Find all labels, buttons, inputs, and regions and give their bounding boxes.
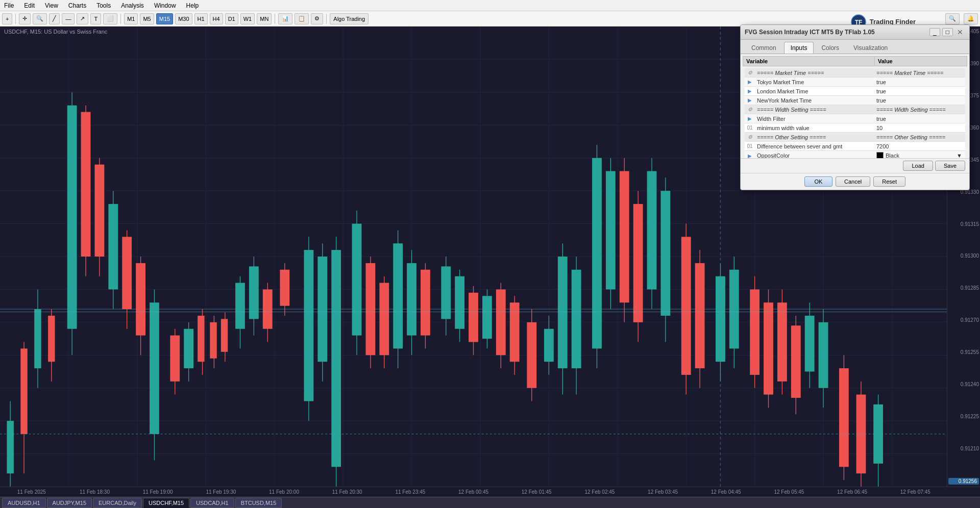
svg-rect-84 (393, 243, 403, 348)
table-row-diff-sever-gmt[interactable]: 01 Difference between sever and gmt 7200 (745, 142, 965, 151)
svg-rect-80 (365, 263, 375, 355)
tab-audjpy[interactable]: AUDJPY,M15 (47, 498, 92, 508)
tf-m15[interactable]: M15 (156, 13, 173, 24)
row-icon-6: 01 (745, 124, 755, 131)
tf-h4[interactable]: H4 (210, 13, 223, 24)
tab-usdcad[interactable]: USDCAD,H1 (190, 498, 234, 508)
dialog-minimize-btn[interactable]: _ (929, 28, 940, 36)
table-row-opposit-color[interactable]: ▶ OppositColor Black ▼ (745, 151, 965, 158)
row-val-1[interactable]: true (873, 78, 965, 86)
row-icon-1: ▶ (745, 79, 755, 85)
time-8: 12 Feb 01:45 (505, 489, 568, 495)
toolbar-sep-4 (326, 14, 327, 24)
zoom-in-btn[interactable]: 🔍 (33, 13, 47, 24)
arrow-btn[interactable]: ↗ (77, 13, 88, 24)
tab-inputs[interactable]: Inputs (784, 42, 814, 54)
row-val-3[interactable]: true (873, 96, 965, 105)
tf-m1[interactable]: M1 (124, 13, 138, 24)
ok-btn[interactable]: OK (804, 176, 832, 187)
dropdown-arrow-icon[interactable]: ▼ (957, 153, 962, 158)
settings-btn[interactable]: ⚙ (311, 13, 323, 24)
row-icon-5: ▶ (745, 115, 755, 122)
time-4: 11 Feb 20:00 (253, 489, 316, 495)
shape-btn[interactable]: ⬜ (103, 13, 117, 24)
tab-common[interactable]: Common (745, 42, 783, 54)
load-btn[interactable]: Load (903, 161, 933, 171)
row-val-5[interactable]: true (873, 115, 965, 123)
svg-rect-136 (791, 325, 801, 398)
dialog-maximize-btn[interactable]: □ (942, 28, 953, 36)
indicators-btn[interactable]: 📊 (278, 13, 292, 24)
table-row-london[interactable]: ▶ London Market Time true (745, 87, 965, 96)
tf-mn[interactable]: MN (257, 13, 272, 24)
svg-rect-44 (95, 165, 105, 257)
table-row-width-filter[interactable]: ▶ Width Filter true (745, 114, 965, 123)
svg-rect-60 (210, 322, 216, 359)
color-dropdown[interactable]: Black ▼ (876, 152, 962, 158)
tab-btcusd[interactable]: BTCUSD,M15 (235, 498, 282, 508)
number-icon-6: 01 (747, 125, 752, 131)
tf-m30[interactable]: M30 (175, 13, 192, 24)
tab-audusd[interactable]: AUDUSD,H1 (2, 498, 46, 508)
menu-window[interactable]: Window (152, 1, 178, 10)
row-var-9: OppositColor (755, 151, 873, 158)
search-btn[interactable]: 🔍 (945, 13, 960, 24)
tab-usdchf[interactable]: USDCHF,M15 (143, 498, 189, 508)
svg-rect-56 (184, 329, 193, 368)
gear-icon-0: ⚙ (748, 70, 752, 75)
dialog-titlebar: FVG Session Intraday ICT MT5 By TFlab 1.… (741, 25, 969, 40)
template-btn[interactable]: 📋 (295, 13, 309, 24)
tab-visualization[interactable]: Visualization (847, 42, 894, 54)
svg-rect-52 (150, 302, 159, 434)
menu-charts[interactable]: Charts (66, 1, 88, 10)
svg-rect-122 (681, 237, 691, 375)
tab-colors[interactable]: Colors (815, 42, 846, 54)
new-chart-btn[interactable]: + (2, 13, 12, 24)
algo-trading-btn[interactable]: Algo Trading (330, 13, 369, 24)
menu-tools[interactable]: Tools (94, 1, 113, 10)
svg-rect-88 (421, 270, 430, 336)
time-axis: 11 Feb 2025 11 Feb 18:30 11 Feb 19:00 11… (0, 487, 980, 497)
svg-rect-140 (819, 322, 828, 388)
save-btn[interactable]: Save (935, 161, 965, 171)
table-row-tokyo[interactable]: ▶ Tokyo Market Time true (745, 78, 965, 87)
row-val-6[interactable]: 10 (873, 124, 965, 132)
svg-rect-112 (606, 171, 616, 289)
menu-help[interactable]: Help (184, 1, 201, 10)
line-btn[interactable]: ╱ (49, 13, 60, 24)
table-row-newyork[interactable]: ▶ NewYork Market Time true (745, 96, 965, 105)
row-var-3: NewYork Market Time (755, 96, 873, 105)
svg-rect-94 (469, 293, 478, 342)
svg-rect-46 (108, 204, 118, 290)
cancel-btn[interactable]: Cancel (836, 176, 870, 187)
row-var-8: Difference between sever and gmt (755, 142, 873, 150)
horizontal-btn[interactable]: — (62, 13, 75, 24)
row-val-2[interactable]: true (873, 87, 965, 95)
row-icon-0: ⚙ (745, 69, 755, 76)
row-val-8[interactable]: 7200 (873, 142, 965, 150)
dialog-close-btn[interactable]: ✕ (955, 28, 965, 36)
table-row-min-width[interactable]: 01 minimum width value 10 (745, 123, 965, 133)
tf-m5[interactable]: M5 (140, 13, 154, 24)
text-btn[interactable]: T (90, 13, 101, 24)
dialog-table[interactable]: ⚙ ===== Market Time ===== ===== Market T… (743, 66, 967, 158)
crosshair-btn[interactable]: ✛ (19, 13, 31, 24)
tf-h1[interactable]: H1 (194, 13, 208, 24)
tab-eurcad[interactable]: EURCAD,Daily (93, 498, 142, 508)
svg-rect-36 (34, 309, 41, 368)
number-icon-8: 01 (747, 143, 752, 149)
row-val-9[interactable]: Black ▼ (873, 151, 965, 158)
menu-file[interactable]: File (2, 1, 16, 10)
menu-analysis[interactable]: Analysis (119, 1, 146, 10)
svg-rect-38 (48, 316, 55, 362)
notification-btn[interactable]: 🔔 (964, 13, 978, 24)
tf-d1[interactable]: D1 (225, 13, 238, 24)
row-var-0: ===== Market Time ===== (755, 69, 873, 77)
svg-rect-48 (122, 237, 132, 309)
row-val-4: ===== Width Setting ===== (873, 106, 965, 114)
menu-edit[interactable]: Edit (22, 1, 37, 10)
tf-w1[interactable]: W1 (240, 13, 255, 24)
menu-view[interactable]: View (43, 1, 60, 10)
reset-btn[interactable]: Reset (873, 176, 905, 187)
time-3: 11 Feb 19:30 (189, 489, 253, 495)
